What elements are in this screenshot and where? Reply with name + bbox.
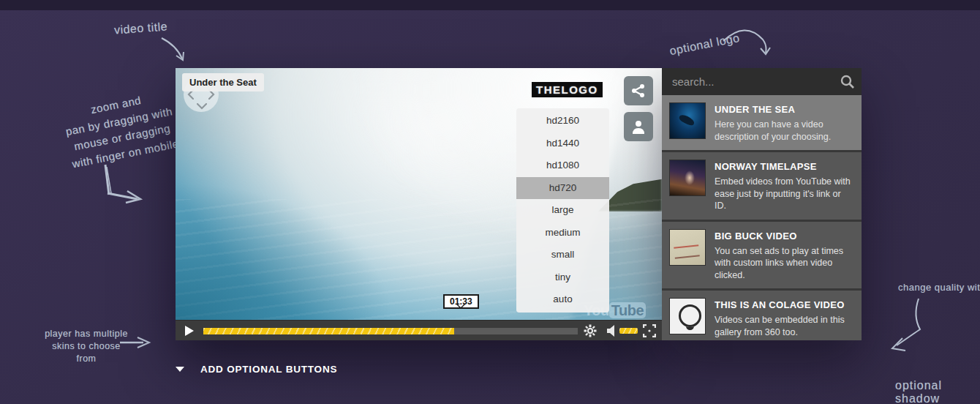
video-thumbnail [669, 298, 706, 334]
playlist-item-description: You can set ads to play at times with cu… [715, 245, 854, 282]
speaker-icon[interactable] [606, 324, 617, 337]
video-player: Under the Seat THELOGO hd2160 hd1440 hd1… [176, 68, 662, 340]
playlist-item-title: NORWAY TIMELAPSE [715, 161, 854, 172]
volume-bar[interactable] [619, 328, 638, 334]
progress-fill [203, 328, 454, 334]
playlist-item-title: THIS IS AN COLAGE VIDEO [715, 299, 854, 310]
user-button[interactable] [624, 112, 653, 141]
search-input[interactable] [662, 68, 862, 95]
arrow-icon [720, 20, 775, 63]
page-background: video title optional logo zoom and pan b… [0, 0, 980, 404]
quality-option-large[interactable]: large [516, 199, 609, 222]
watermark-tube: Tube [609, 302, 646, 318]
video-title-badge: Under the Seat [182, 73, 264, 91]
quality-option-auto[interactable]: auto [516, 288, 609, 311]
playlist-item[interactable]: UNDER THE SEA Here you can have a video … [662, 95, 862, 152]
search-icon[interactable] [840, 75, 854, 89]
arrow-icon [95, 162, 150, 208]
video-canvas[interactable]: Under the Seat THELOGO hd2160 hd1440 hd1… [176, 68, 662, 320]
quality-option-tiny[interactable]: tiny [516, 266, 609, 289]
quality-option-hd2160[interactable]: hd2160 [516, 110, 609, 132]
video-thumbnail [669, 102, 706, 139]
time-tooltip: 01:33 [443, 294, 479, 309]
playlist-item[interactable]: THIS IS AN COLAGE VIDEO Videos can be em… [662, 291, 862, 340]
video-thumbnail [669, 160, 706, 196]
share-icon [631, 83, 646, 98]
annotation-change-quality: change quality with a c [898, 282, 980, 293]
playlist-item-text: THIS IS AN COLAGE VIDEO Videos can be em… [715, 298, 854, 338]
control-bar [176, 320, 662, 340]
playlist-item[interactable]: NORWAY TIMELAPSE Embed videos from YouTu… [662, 152, 862, 222]
search-bar [662, 68, 862, 95]
water-shade [176, 182, 394, 320]
quality-option-small[interactable]: small [516, 244, 609, 266]
caret-down-icon [176, 367, 184, 372]
playlist-item[interactable]: BIG BUCK VIDEO You can set ads to play a… [662, 222, 862, 291]
quality-option-hd720[interactable]: hd720 [516, 177, 609, 200]
player-logo[interactable]: THELOGO [532, 82, 603, 97]
arrow-icon [157, 35, 201, 66]
quality-option-medium[interactable]: medium [516, 222, 609, 244]
quality-option-hd1440[interactable]: hd1440 [516, 132, 609, 155]
arrow-icon [883, 294, 930, 360]
quality-menu: hd2160 hd1440 hd1080 hd720 large medium … [516, 108, 609, 313]
user-icon [632, 119, 645, 134]
arrow-icon [118, 335, 154, 350]
add-optional-buttons-toggle[interactable]: ADD OPTIONAL BUTTONS [176, 364, 337, 375]
annotation-optional-shadow: optional shadow [895, 379, 980, 404]
playlist-item-text: BIG BUCK VIDEO You can set ads to play a… [715, 229, 854, 282]
add-optional-buttons-label: ADD OPTIONAL BUTTONS [200, 364, 337, 375]
playlist-item-text: NORWAY TIMELAPSE Embed videos from YouTu… [715, 160, 854, 212]
video-thumbnail [669, 229, 706, 266]
playlist-sidebar: UNDER THE SEA Here you can have a video … [662, 68, 862, 340]
quality-option-hd1080[interactable]: hd1080 [516, 154, 609, 177]
progress-bar[interactable] [203, 328, 578, 334]
playlist-item-description: Embed videos from YouTube with ease just… [715, 176, 854, 212]
fullscreen-icon[interactable] [643, 324, 656, 337]
playlist-item-description: Videos can be embedded in this gallery f… [715, 314, 854, 338]
playlist-item-title: UNDER THE SEA [715, 104, 854, 115]
playlist-item-text: UNDER THE SEA Here you can have a video … [715, 102, 854, 143]
play-icon[interactable] [184, 325, 195, 337]
top-strip [0, 0, 980, 10]
chevron-down-icon[interactable] [197, 103, 207, 110]
gear-icon[interactable] [584, 324, 597, 337]
playlist-item-title: BIG BUCK VIDEO [715, 231, 854, 242]
share-button[interactable] [624, 76, 653, 105]
playlist-item-description: Here you can have a video description of… [715, 119, 854, 143]
